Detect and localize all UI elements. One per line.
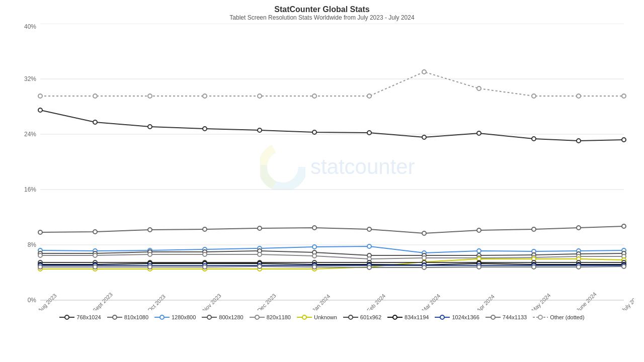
legend-label-800x1280: 800x1280 [219, 314, 243, 320]
svg-point-29 [93, 120, 97, 124]
svg-point-54 [148, 228, 152, 232]
svg-text:May 2024: May 2024 [530, 292, 552, 310]
svg-text:June 2024: June 2024 [575, 291, 598, 310]
svg-text:24%: 24% [24, 131, 36, 138]
svg-point-57 [312, 226, 316, 230]
svg-point-42 [148, 94, 152, 98]
legend-item-810x1080: 810x1080 [107, 314, 148, 320]
svg-point-31 [203, 127, 207, 131]
svg-text:Oct 2023: Oct 2023 [146, 293, 167, 310]
legend-label-768x1024: 768x1024 [76, 314, 101, 320]
legend-label-other: Other (dotted) [550, 314, 584, 320]
svg-point-41 [93, 94, 97, 98]
chart-area: statcounter 0% 8% 16% 24% 32% 40% Aug 20… [10, 24, 634, 310]
legend-item-1280x800: 1280x800 [154, 314, 196, 320]
svg-point-88 [38, 253, 42, 257]
svg-text:Aug 2023: Aug 2023 [37, 293, 58, 310]
svg-point-32 [258, 128, 262, 132]
svg-text:Dec 2023: Dec 2023 [256, 293, 277, 310]
chart-container: StatCounter Global Stats Tablet Screen R… [0, 0, 644, 362]
svg-text:16%: 16% [24, 186, 36, 193]
svg-point-178 [440, 315, 444, 319]
svg-point-92 [258, 252, 262, 256]
svg-point-69 [312, 245, 316, 249]
svg-point-158 [577, 265, 581, 269]
svg-point-172 [302, 315, 306, 319]
svg-point-51 [622, 94, 626, 98]
legend-item-601x962: 601x962 [343, 314, 381, 320]
svg-point-60 [477, 228, 481, 232]
svg-text:Apr 2024: Apr 2024 [475, 293, 496, 310]
legend-label-810x1080: 810x1080 [124, 314, 148, 320]
svg-point-55 [203, 227, 207, 231]
svg-point-50 [577, 94, 581, 98]
svg-point-151 [203, 265, 207, 269]
legend-item-820x1180: 820x1180 [250, 314, 291, 320]
svg-point-56 [258, 226, 262, 230]
svg-point-156 [477, 265, 481, 269]
svg-point-155 [422, 265, 426, 269]
legend-label-601x962: 601x962 [360, 314, 381, 320]
svg-text:Sept 2023: Sept 2023 [92, 291, 114, 310]
svg-point-174 [349, 315, 353, 319]
chart-title: StatCounter Global Stats [274, 5, 369, 14]
legend-label-820x1180: 820x1180 [267, 314, 291, 320]
svg-point-180 [491, 315, 495, 319]
svg-point-30 [148, 125, 152, 129]
svg-point-152 [258, 264, 262, 268]
svg-point-90 [148, 252, 152, 256]
svg-point-49 [532, 94, 536, 98]
legend: 768x1024 810x1080 1280x800 800x1280 820x… [49, 310, 594, 324]
svg-text:Jan 2024: Jan 2024 [311, 293, 331, 310]
svg-point-33 [312, 130, 316, 134]
svg-point-40 [38, 94, 42, 98]
svg-point-168 [207, 315, 211, 319]
svg-text:0%: 0% [28, 297, 37, 304]
legend-label-744x1133: 744x1133 [503, 314, 527, 320]
svg-point-176 [393, 315, 397, 319]
svg-text:40%: 40% [24, 24, 36, 30]
svg-point-89 [93, 253, 97, 257]
svg-point-34 [367, 131, 371, 135]
svg-point-153 [312, 265, 316, 269]
legend-item-744x1133: 744x1133 [486, 314, 527, 320]
legend-item-other: Other (dotted) [533, 314, 584, 320]
svg-point-157 [532, 265, 536, 269]
legend-label-1280x800: 1280x800 [172, 314, 196, 320]
legend-label-1024x1366: 1024x1366 [452, 314, 479, 320]
svg-point-52 [38, 230, 42, 234]
svg-point-62 [577, 226, 581, 230]
legend-item-768x1024: 768x1024 [59, 314, 101, 320]
legend-item-1024x1366: 1024x1366 [435, 314, 479, 320]
svg-point-154 [367, 265, 371, 269]
svg-point-58 [367, 227, 371, 231]
legend-item-800x1280: 800x1280 [202, 314, 243, 320]
svg-point-38 [577, 139, 581, 143]
svg-point-162 [65, 315, 69, 319]
svg-point-43 [203, 94, 207, 98]
svg-point-149 [93, 265, 97, 269]
legend-label-834x1194: 834x1194 [405, 314, 429, 320]
svg-point-46 [367, 94, 371, 98]
svg-point-148 [38, 265, 42, 269]
svg-point-44 [258, 94, 262, 98]
svg-point-47 [422, 70, 426, 74]
svg-point-39 [622, 138, 626, 142]
svg-point-159 [622, 264, 626, 268]
legend-item-unknown: Unknown [297, 314, 337, 320]
legend-label-unknown: Unknown [314, 314, 337, 320]
legend-item-834x1194: 834x1194 [387, 314, 429, 320]
svg-point-59 [422, 231, 426, 235]
svg-text:July 2024: July 2024 [620, 293, 634, 310]
svg-point-35 [422, 135, 426, 139]
svg-point-91 [203, 252, 207, 256]
svg-text:8%: 8% [28, 241, 37, 248]
svg-text:Nov 2023: Nov 2023 [201, 293, 222, 310]
svg-point-150 [148, 265, 152, 269]
chart-subtitle: Tablet Screen Resolution Stats Worldwide… [229, 14, 414, 21]
svg-point-63 [622, 224, 626, 228]
svg-point-37 [532, 137, 536, 141]
svg-point-93 [312, 254, 316, 258]
svg-point-72 [477, 249, 481, 253]
svg-point-28 [38, 108, 42, 112]
